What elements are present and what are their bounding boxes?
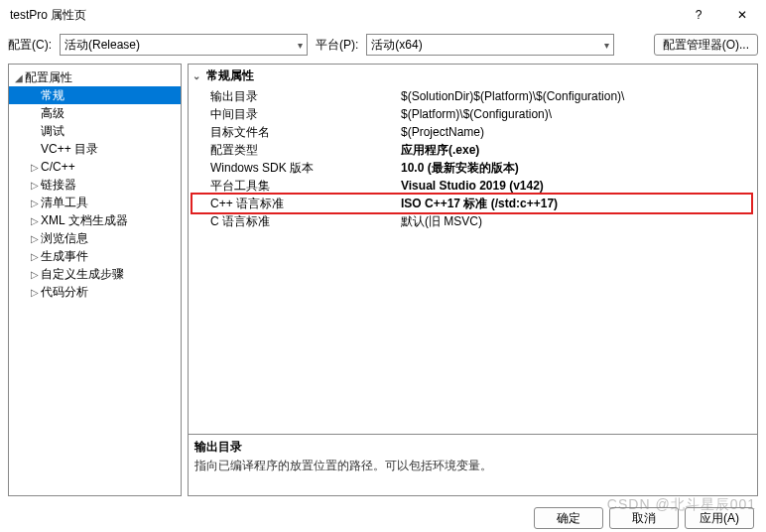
caret-right-icon: ▷ [31, 198, 41, 208]
property-name: C++ 语言标准 [189, 196, 397, 212]
tree-item-label: C/C++ [41, 160, 75, 174]
caret-right-icon: ▷ [31, 233, 41, 244]
cancel-button[interactable]: 取消 [609, 507, 679, 529]
tree-item-label: XML 文档生成器 [41, 212, 128, 229]
tree-item-label: 调试 [41, 123, 64, 140]
property-value[interactable]: 应用程序(.exe) [397, 142, 757, 159]
caret-right-icon: ▷ [31, 162, 41, 173]
property-group-header[interactable]: ⌄ 常规属性 [189, 65, 757, 87]
platform-value: 活动(x64) [371, 37, 600, 54]
tree-item[interactable]: ▷生成事件 [9, 247, 181, 265]
description-body: 指向已编译程序的放置位置的路径。可以包括环境变量。 [194, 458, 751, 474]
caret-right-icon: ▷ [31, 269, 41, 280]
property-value[interactable]: $(ProjectName) [397, 125, 757, 139]
platform-label: 平台(P): [316, 37, 358, 54]
tree-item-label: 高级 [41, 105, 64, 122]
tree-root[interactable]: ◢ 配置属性 [9, 68, 181, 86]
property-value[interactable]: 10.0 (最新安装的版本) [397, 160, 757, 177]
help-button[interactable]: ? [677, 0, 720, 30]
property-row[interactable]: C++ 语言标准ISO C++17 标准 (/std:c++17) [189, 195, 757, 212]
property-name: C 语言标准 [189, 213, 397, 230]
platform-combo[interactable]: 活动(x64) ▾ [366, 34, 614, 56]
property-name: 中间目录 [189, 106, 397, 123]
property-name: Windows SDK 版本 [189, 160, 397, 177]
group-title: 常规属性 [206, 67, 254, 84]
apply-button[interactable]: 应用(A) [685, 507, 754, 529]
tree-item[interactable]: VC++ 目录 [9, 140, 181, 158]
property-name: 目标文件名 [189, 124, 397, 141]
property-name: 输出目录 [189, 88, 397, 105]
chevron-down-icon: ⌄ [192, 70, 206, 81]
property-row[interactable]: 输出目录$(SolutionDir)$(Platform)\$(Configur… [189, 87, 757, 105]
chevron-down-icon: ▾ [298, 40, 303, 51]
config-label: 配置(C): [8, 37, 52, 54]
window-title: testPro 属性页 [10, 7, 677, 24]
tree-item[interactable]: 调试 [9, 122, 181, 140]
property-row[interactable]: C 语言标准默认(旧 MSVC) [189, 212, 757, 230]
ok-button[interactable]: 确定 [534, 507, 603, 529]
property-value[interactable]: ISO C++17 标准 (/std:c++17) [397, 196, 757, 212]
property-name: 配置类型 [189, 142, 397, 159]
tree-item[interactable]: ▷清单工具 [9, 194, 181, 211]
config-value: 活动(Release) [64, 37, 294, 54]
property-value[interactable]: $(Platform)\$(Configuration)\ [397, 107, 757, 121]
tree-item-label: 常规 [41, 87, 64, 104]
chevron-down-icon: ▾ [604, 40, 609, 51]
property-row[interactable]: 目标文件名$(ProjectName) [189, 123, 757, 141]
property-value[interactable]: $(SolutionDir)$(Platform)\$(Configuratio… [397, 89, 757, 103]
property-value[interactable]: Visual Studio 2019 (v142) [397, 179, 757, 193]
tree-item[interactable]: 常规 [9, 86, 181, 104]
property-row[interactable]: Windows SDK 版本10.0 (最新安装的版本) [189, 159, 757, 177]
tree-item[interactable]: ▷XML 文档生成器 [9, 211, 181, 229]
tree-item[interactable]: ▷链接器 [9, 176, 181, 194]
description-panel: 输出目录 指向已编译程序的放置位置的路径。可以包括环境变量。 [189, 434, 757, 495]
tree-item[interactable]: ▷浏览信息 [9, 229, 181, 247]
caret-right-icon: ▷ [31, 287, 41, 298]
config-manager-button[interactable]: 配置管理器(O)... [654, 34, 758, 56]
caret-right-icon: ▷ [31, 180, 41, 191]
tree-item-label: 链接器 [41, 177, 76, 194]
caret-right-icon: ▷ [31, 215, 41, 226]
tree-item[interactable]: ▷自定义生成步骤 [9, 265, 181, 283]
property-value[interactable]: 默认(旧 MSVC) [397, 213, 757, 230]
caret-down-icon: ◢ [15, 72, 25, 83]
property-row[interactable]: 中间目录$(Platform)\$(Configuration)\ [189, 105, 757, 123]
tree-item[interactable]: ▷代码分析 [9, 283, 181, 301]
property-row[interactable]: 平台工具集Visual Studio 2019 (v142) [189, 177, 757, 195]
tree-item-label: 生成事件 [41, 248, 88, 265]
config-combo[interactable]: 活动(Release) ▾ [60, 34, 308, 56]
property-grid: ⌄ 常规属性 输出目录$(SolutionDir)$(Platform)\$(C… [189, 65, 757, 434]
tree-item-label: 自定义生成步骤 [41, 266, 124, 283]
caret-right-icon: ▷ [31, 251, 41, 262]
tree-item-label: VC++ 目录 [41, 141, 98, 158]
tree-root-label: 配置属性 [25, 69, 72, 86]
tree-view[interactable]: ◢ 配置属性 常规高级调试VC++ 目录▷C/C++▷链接器▷清单工具▷XML … [8, 64, 182, 496]
close-button[interactable]: ✕ [720, 0, 764, 30]
description-title: 输出目录 [194, 439, 751, 456]
tree-item[interactable]: ▷C/C++ [9, 158, 181, 176]
tree-item-label: 清单工具 [41, 195, 88, 211]
tree-item-label: 浏览信息 [41, 230, 88, 247]
property-name: 平台工具集 [189, 178, 397, 195]
property-row[interactable]: 配置类型应用程序(.exe) [189, 141, 757, 159]
tree-item-label: 代码分析 [41, 284, 88, 301]
tree-item[interactable]: 高级 [9, 104, 181, 122]
